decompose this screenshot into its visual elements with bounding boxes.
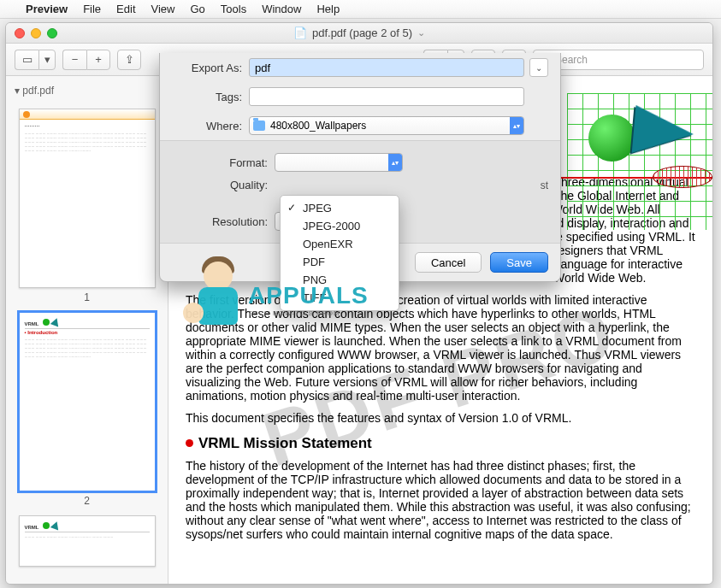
menubar-view[interactable]: View (151, 3, 175, 15)
sidebar-doc-name: pdf.pdf (22, 85, 54, 97)
format-option-openexr[interactable]: OpenEXR (281, 235, 399, 253)
quality-least-label: st (541, 179, 548, 191)
format-option-pdf[interactable]: PDF (281, 253, 399, 271)
body-para-2: The first version of VRML allows for the… (186, 293, 695, 403)
export-as-label: Export As: (172, 62, 249, 74)
format-option-tiff[interactable]: TIFF (281, 289, 399, 307)
title-dropdown-icon[interactable]: ⌄ (417, 27, 425, 38)
menubar-window[interactable]: Window (262, 3, 301, 15)
folder-icon (253, 121, 265, 131)
menubar-help[interactable]: Help (316, 3, 340, 15)
thumb-label-2: 2 (13, 495, 161, 507)
disclosure-triangle-icon[interactable]: ▾ (15, 85, 20, 97)
vrml-logo-graphic (558, 85, 712, 238)
page-thumbnail-1[interactable]: ……… ……… ……… ……… ……… ……… ……… ……… ……… ……… … (19, 109, 156, 288)
cancel-button[interactable]: Cancel (415, 252, 482, 273)
titlebar-doc-icon: 📄 (293, 26, 307, 39)
window-title: pdf.pdf (page 2 of 5) (312, 26, 412, 39)
menubar-app[interactable]: Preview (26, 3, 68, 15)
menubar-tools[interactable]: Tools (221, 3, 246, 15)
menubar: Preview File Edit View Go Tools Window H… (0, 0, 721, 19)
where-popup[interactable]: 480x800_Wallpapers ▴▾ (249, 116, 524, 135)
format-option-png[interactable]: PNG (281, 271, 399, 289)
expand-save-panel-button[interactable]: ⌄ (529, 58, 548, 77)
view-mode-button[interactable]: ▭ (15, 50, 38, 70)
stepper-icon: ▴▾ (510, 117, 523, 134)
tags-field[interactable] (249, 87, 524, 106)
chevron-down-icon: ⌄ (535, 63, 542, 73)
titlebar: 📄 pdf.pdf (page 2 of 5) ⌄ (6, 23, 712, 44)
export-as-field[interactable] (249, 58, 524, 77)
body-para-3: This document specifies the features and… (186, 411, 695, 425)
menubar-go[interactable]: Go (190, 3, 204, 15)
page-thumbnail-2[interactable]: VRML • Introduction ……… ……… ……… ……… ……… … (19, 312, 156, 491)
menubar-file[interactable]: File (83, 3, 101, 15)
format-popup[interactable]: ▴▾ (275, 153, 403, 172)
menubar-edit[interactable]: Edit (116, 3, 135, 15)
format-menu: ✓JPEG JPEG-2000 OpenEXR PDF PNG TIFF (280, 195, 399, 311)
format-label: Format: (172, 156, 275, 169)
view-mode-menu-button[interactable]: ▾ (38, 50, 56, 70)
page-thumbnail-3[interactable]: VRML ……… ……… ……… ……… ……… ……… ……… ……… (19, 515, 156, 567)
thumbnails-sidebar: ▾ pdf.pdf ……… ……… ……… ……… ……… ……… ……… ……… (6, 76, 168, 584)
zoom-out-icon: − (72, 53, 79, 66)
mission-heading: VRML Mission Statement (186, 435, 695, 452)
format-option-jpeg[interactable]: ✓JPEG (281, 199, 399, 217)
format-option-jpeg2000[interactable]: JPEG-2000 (281, 217, 399, 235)
zoom-in-icon: + (95, 53, 102, 66)
resolution-label: Resolution: (172, 215, 275, 228)
where-label: Where: (172, 120, 249, 132)
tags-label: Tags: (172, 91, 249, 103)
zoom-in-button[interactable]: + (86, 50, 110, 70)
stepper-icon: ▴▾ (388, 154, 402, 171)
thumb-label-1: 1 (13, 291, 161, 303)
save-button[interactable]: Save (490, 252, 548, 273)
zoom-out-button[interactable]: − (62, 50, 86, 70)
share-button[interactable]: ⇪ (117, 50, 141, 70)
bullet-icon (186, 439, 193, 447)
share-icon: ⇪ (125, 53, 134, 66)
body-para-4: The history of the development of the In… (186, 459, 695, 541)
where-value: 480x800_Wallpapers (270, 120, 366, 132)
quality-label: Quality: (172, 179, 275, 191)
check-icon: ✓ (287, 202, 296, 214)
